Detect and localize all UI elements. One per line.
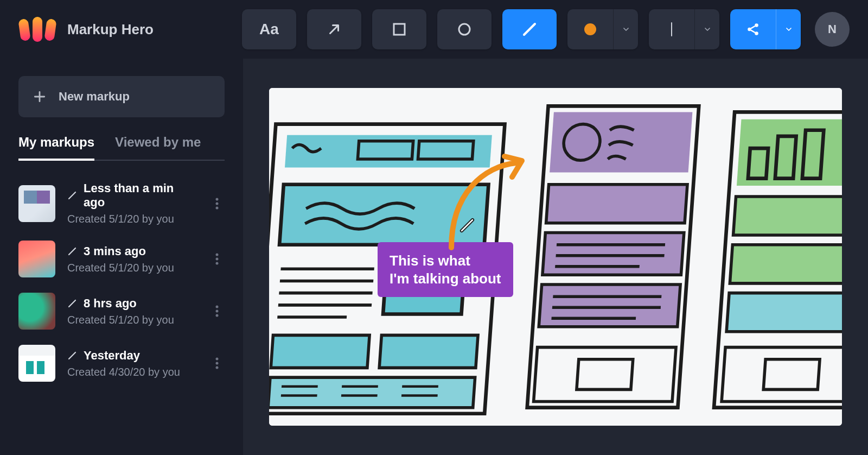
stroke-tool-dropdown[interactable] bbox=[694, 9, 719, 49]
pen-icon bbox=[521, 21, 538, 37]
pen-tool-button[interactable] bbox=[502, 9, 557, 49]
svg-rect-64 bbox=[737, 119, 842, 186]
svg-rect-34 bbox=[271, 335, 369, 368]
brand-logo bbox=[18, 17, 56, 42]
color-tool-button[interactable] bbox=[567, 9, 638, 49]
share-tool-main[interactable] bbox=[730, 9, 776, 49]
svg-point-7 bbox=[755, 31, 758, 35]
svg-rect-70 bbox=[730, 245, 842, 283]
svg-rect-49 bbox=[546, 185, 687, 223]
svg-rect-72 bbox=[726, 293, 842, 332]
svg-point-4 bbox=[459, 24, 470, 35]
svg-point-16 bbox=[216, 314, 219, 317]
share-tool-button[interactable] bbox=[730, 9, 801, 49]
svg-rect-1 bbox=[33, 17, 42, 42]
svg-point-9 bbox=[216, 202, 219, 205]
markup-item[interactable]: Less than a min ago Created 5/1/20 by yo… bbox=[18, 181, 225, 225]
text-tool-button[interactable]: Aa bbox=[242, 9, 296, 49]
markup-subtitle: Created 5/1/20 by you bbox=[67, 314, 197, 326]
avatar[interactable]: N bbox=[815, 12, 850, 47]
stroke-icon bbox=[671, 22, 672, 36]
markup-item[interactable]: 8 hrs ago Created 5/1/20 by you bbox=[18, 293, 225, 330]
kebab-icon bbox=[215, 252, 219, 266]
markup-kebab-button[interactable] bbox=[209, 352, 225, 374]
color-tool-dropdown[interactable] bbox=[613, 9, 638, 49]
kebab-icon bbox=[215, 305, 219, 318]
kebab-icon bbox=[215, 357, 219, 370]
canvas-wrap: This is what I'm talking about bbox=[243, 59, 868, 455]
annotation[interactable]: This is what I'm talking about bbox=[378, 240, 513, 297]
svg-rect-0 bbox=[18, 18, 31, 41]
chevron-down-icon bbox=[784, 25, 793, 34]
stroke-tool-button[interactable] bbox=[649, 9, 719, 49]
share-tool-dropdown[interactable] bbox=[776, 9, 801, 49]
markup-list: Less than a min ago Created 5/1/20 by yo… bbox=[18, 181, 225, 382]
canvas[interactable]: This is what I'm talking about bbox=[269, 88, 842, 426]
markup-body: 3 mins ago Created 5/1/20 by you bbox=[67, 244, 197, 274]
pen-icon bbox=[67, 351, 77, 361]
oval-icon bbox=[456, 21, 473, 37]
svg-rect-51 bbox=[542, 233, 684, 275]
svg-rect-2 bbox=[44, 18, 56, 41]
markup-title: 3 mins ago bbox=[84, 244, 146, 258]
svg-point-11 bbox=[216, 254, 219, 256]
markup-title-row: 3 mins ago bbox=[67, 244, 197, 258]
markup-thumb bbox=[18, 241, 55, 277]
svg-point-8 bbox=[216, 198, 219, 200]
avatar-initial: N bbox=[828, 22, 837, 36]
pen-icon bbox=[67, 191, 77, 200]
arrow-icon bbox=[326, 21, 342, 37]
new-markup-button[interactable]: New markup bbox=[18, 76, 225, 117]
rectangle-tool-button[interactable] bbox=[372, 9, 426, 49]
markup-thumb bbox=[18, 345, 55, 382]
tab-my-markups[interactable]: My markups bbox=[18, 135, 94, 160]
svg-point-6 bbox=[755, 23, 758, 27]
arrow-tool-button[interactable] bbox=[307, 9, 361, 49]
canvas-image bbox=[269, 88, 842, 426]
markup-title: 8 hrs ago bbox=[84, 296, 137, 311]
pen-icon bbox=[67, 247, 77, 256]
oval-tool-button[interactable] bbox=[437, 9, 492, 49]
new-markup-label: New markup bbox=[59, 90, 130, 104]
top-bar: Markup Hero Aa bbox=[0, 0, 868, 59]
sidebar-tabs: My markups Viewed by me bbox=[18, 135, 225, 161]
markup-subtitle: Created 5/1/20 by you bbox=[67, 213, 197, 225]
svg-rect-36 bbox=[379, 335, 478, 368]
markup-kebab-button[interactable] bbox=[209, 193, 225, 214]
annotation-text[interactable]: This is what I'm talking about bbox=[378, 242, 513, 297]
markup-item[interactable]: Yesterday Created 4/30/20 by you bbox=[18, 345, 225, 382]
svg-point-17 bbox=[216, 358, 219, 361]
svg-point-13 bbox=[216, 262, 219, 265]
markup-title-row: Yesterday bbox=[67, 349, 197, 363]
markup-title-row: 8 hrs ago bbox=[67, 296, 197, 311]
markup-item[interactable]: 3 mins ago Created 5/1/20 by you bbox=[18, 241, 225, 277]
markup-thumb bbox=[18, 293, 55, 330]
pen-icon bbox=[67, 299, 77, 308]
toolbar: Aa bbox=[242, 9, 850, 49]
kebab-icon bbox=[215, 197, 219, 210]
brand: Markup Hero bbox=[18, 17, 154, 42]
svg-point-10 bbox=[216, 206, 219, 209]
markup-title: Yesterday bbox=[84, 349, 140, 363]
color-tool-main[interactable] bbox=[567, 9, 613, 49]
markup-subtitle: Created 4/30/20 by you bbox=[67, 366, 197, 378]
annotation-pen-icon bbox=[459, 217, 475, 233]
plus-icon bbox=[33, 90, 47, 104]
stroke-tool-main[interactable] bbox=[649, 9, 694, 49]
svg-point-12 bbox=[216, 258, 219, 261]
text-tool-label: Aa bbox=[259, 21, 279, 38]
markup-body: Yesterday Created 4/30/20 by you bbox=[67, 349, 197, 378]
svg-point-15 bbox=[216, 310, 219, 313]
svg-point-19 bbox=[216, 366, 219, 369]
markup-kebab-button[interactable] bbox=[209, 300, 225, 322]
chevron-down-icon bbox=[703, 25, 712, 34]
tab-viewed-by-me[interactable]: Viewed by me bbox=[115, 135, 201, 160]
rectangle-icon bbox=[391, 21, 407, 37]
markup-thumb bbox=[18, 185, 55, 222]
svg-point-5 bbox=[748, 28, 751, 31]
color-swatch-icon bbox=[584, 23, 596, 35]
sidebar: New markup My markups Viewed by me Less … bbox=[0, 59, 243, 455]
markup-kebab-button[interactable] bbox=[209, 248, 225, 270]
brand-name: Markup Hero bbox=[67, 21, 154, 38]
markup-body: 8 hrs ago Created 5/1/20 by you bbox=[67, 296, 197, 326]
